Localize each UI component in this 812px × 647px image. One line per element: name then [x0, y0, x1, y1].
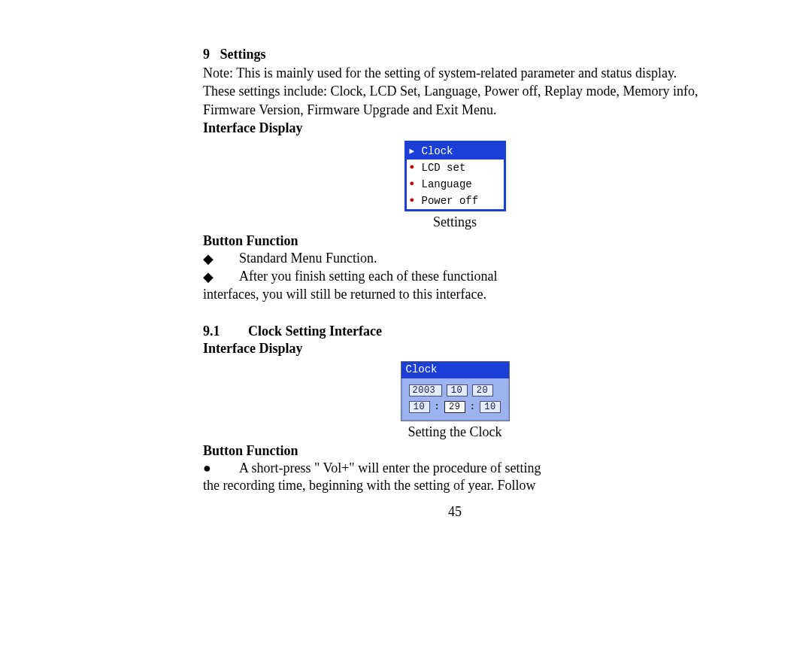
button-function-label-2: Button Function: [203, 443, 707, 459]
section-91-heading: 9.1Clock Setting Interface: [203, 324, 707, 339]
section-9-note: Note: This is mainly used for the settin…: [203, 64, 707, 119]
clock-date-row: 2003 10 20: [409, 384, 501, 396]
colon-icon: :: [470, 402, 475, 412]
section-9-title: Settings: [220, 47, 266, 62]
bullet-dot-icon: ●: [410, 163, 420, 172]
disc-bullet-icon: ●: [203, 460, 239, 476]
settings-menu-item-poweroff[interactable]: ● Power off: [407, 193, 504, 209]
clock-lcd-caption: Setting the Clock: [203, 424, 707, 440]
clock-setting-lcd: Clock 2003 10 20 10 : 29 : 10: [401, 361, 510, 421]
diamond-bullet-icon: ◆: [203, 251, 239, 267]
clock-day-field[interactable]: 20: [472, 384, 493, 396]
section-9-heading: 9 Settings: [203, 47, 707, 62]
bullet-item: ◆ After you finish setting each of these…: [203, 269, 707, 285]
bullet-text: After you finish setting each of these f…: [239, 269, 707, 285]
interface-display-label-1: Interface Display: [203, 120, 707, 136]
clock-time-row: 10 : 29 : 10: [409, 401, 501, 413]
clock-year-field[interactable]: 2003: [409, 384, 442, 396]
settings-lcd-caption: Settings: [203, 214, 707, 230]
section-9-num: 9: [203, 47, 210, 62]
settings-item-label: Clock: [420, 145, 453, 157]
section-91-title: Clock Setting Interface: [248, 324, 382, 339]
settings-item-label: Power off: [420, 195, 479, 207]
clock-month-field[interactable]: 10: [447, 384, 468, 396]
settings-menu-lcd: ▶ Clock ● LCD set ● Language ● Power off: [404, 141, 506, 211]
bullet-dot-icon: ●: [410, 196, 420, 205]
settings-menu-item-clock[interactable]: ▶ Clock: [407, 143, 504, 159]
selected-triangle-icon: ▶: [410, 146, 420, 156]
bullet-item: ● A short-press " Vol+" will enter the p…: [203, 460, 707, 476]
bullet-text: A short-press " Vol+" will enter the pro…: [239, 460, 707, 476]
settings-menu-item-language[interactable]: ● Language: [407, 176, 504, 193]
bullet-dot-icon: ●: [410, 180, 420, 188]
settings-item-label: LCD set: [420, 162, 466, 174]
bullet-continuation: the recording time, beginning with the s…: [203, 478, 707, 494]
clock-hour-field[interactable]: 10: [409, 401, 430, 413]
clock-second-field[interactable]: 10: [480, 401, 501, 413]
diamond-bullet-icon: ◆: [203, 269, 239, 285]
settings-menu-item-lcdset[interactable]: ● LCD set: [407, 159, 504, 176]
section-91-num: 9.1: [203, 324, 248, 339]
interface-display-label-2: Interface Display: [203, 341, 707, 357]
settings-item-label: Language: [420, 178, 472, 190]
clock-minute-field[interactable]: 29: [444, 401, 465, 413]
bullet-item: ◆ Standard Menu Function.: [203, 251, 707, 267]
bullet-continuation: interfaces, you will still be returned t…: [203, 287, 707, 302]
bullet-text: Standard Menu Function.: [239, 251, 707, 267]
clock-lcd-title: Clock: [401, 362, 509, 378]
page-number: 45: [203, 504, 707, 520]
button-function-label-1: Button Function: [203, 233, 707, 249]
colon-icon: :: [435, 402, 440, 412]
